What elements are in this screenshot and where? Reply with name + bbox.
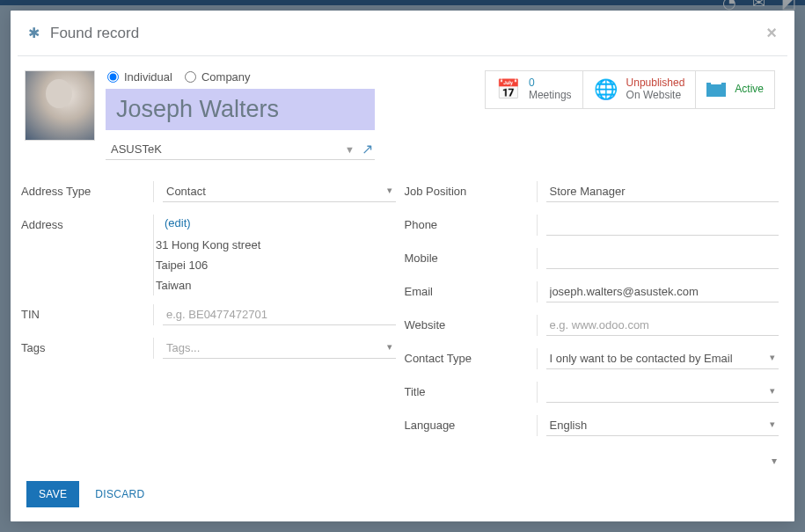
found-record-dialog: ✱ Found record × Individual Company xyxy=(11,11,794,521)
external-link-icon[interactable]: ↗ xyxy=(362,141,373,157)
address-line1: 31 Hong Kong street xyxy=(156,235,396,255)
active-label: Active xyxy=(735,84,764,96)
website-button[interactable]: 🌐 Unpublished On Website xyxy=(583,70,697,109)
company-name: ASUSTeK xyxy=(111,142,338,156)
language-select[interactable]: English xyxy=(546,415,779,436)
calendar-icon: 📅 xyxy=(496,78,520,101)
globe-icon: 🌐 xyxy=(594,78,618,101)
active-button[interactable]: Active xyxy=(696,70,775,109)
email-input[interactable] xyxy=(546,281,779,302)
close-icon[interactable]: × xyxy=(766,23,777,43)
language-label: Language xyxy=(405,415,537,432)
contact-type-select[interactable]: I only want to be contacted by Email xyxy=(546,348,779,369)
title-label: Title xyxy=(405,382,537,398)
website-status: Unpublished xyxy=(626,77,685,90)
address-line3: Taiwan xyxy=(156,275,396,295)
meetings-count: 0 xyxy=(529,77,572,90)
contact-type-radio-group: Individual Company xyxy=(107,70,426,84)
address-type-label: Address Type xyxy=(21,181,153,198)
email-label: Email xyxy=(405,281,537,298)
title-select[interactable] xyxy=(546,382,779,403)
tin-label: TIN xyxy=(21,304,153,321)
chevron-down-icon: ▼ xyxy=(345,144,355,155)
archive-icon xyxy=(706,83,726,97)
name-input[interactable] xyxy=(106,89,375,130)
dialog-body: Individual Company ASUSTeK ▼ ↗ xyxy=(18,55,787,470)
discard-button[interactable]: DISCARD xyxy=(95,488,144,500)
radio-individual[interactable]: Individual xyxy=(107,70,172,84)
meetings-label: Meetings xyxy=(529,90,572,102)
address-type-select[interactable]: Contact xyxy=(163,181,396,202)
dialog-header: ✱ Found record × xyxy=(11,11,794,50)
address-block: (edit) 31 Hong Kong street Taipei 106 Ta… xyxy=(153,215,396,295)
mobile-label: Mobile xyxy=(405,248,537,265)
phone-label: Phone xyxy=(405,215,537,231)
bug-icon: ✱ xyxy=(28,25,40,41)
mobile-input[interactable] xyxy=(546,248,779,269)
save-button[interactable]: SAVE xyxy=(26,481,79,507)
address-label: Address xyxy=(21,215,153,231)
tin-input[interactable] xyxy=(163,304,396,325)
website-label: Website xyxy=(405,315,537,332)
dialog-footer: SAVE DISCARD xyxy=(11,470,794,521)
edit-address-link[interactable]: (edit) xyxy=(165,216,191,230)
meetings-button[interactable]: 📅 0 Meetings xyxy=(485,70,583,109)
job-position-input[interactable] xyxy=(546,181,779,202)
website-label: On Website xyxy=(626,90,685,102)
radio-company-label: Company xyxy=(201,70,251,84)
radio-individual-input[interactable] xyxy=(107,71,119,83)
address-line2: Taipei 106 xyxy=(156,255,396,275)
avatar[interactable] xyxy=(25,70,95,141)
more-tabs-icon[interactable]: ▾ xyxy=(772,455,777,467)
website-input[interactable] xyxy=(546,315,779,336)
tags-input[interactable] xyxy=(163,338,396,359)
radio-company[interactable]: Company xyxy=(185,70,251,84)
dialog-title: Found record xyxy=(50,25,139,42)
job-position-label: Job Position xyxy=(405,181,537,198)
radio-individual-label: Individual xyxy=(124,70,172,84)
phone-input[interactable] xyxy=(546,215,779,236)
radio-company-input[interactable] xyxy=(185,71,196,83)
company-select[interactable]: ASUSTeK ▼ ↗ xyxy=(106,139,375,160)
tags-label: Tags xyxy=(21,338,153,354)
stat-buttons: 📅 0 Meetings 🌐 Unpublished On Website xyxy=(485,70,775,160)
contact-type-label: Contact Type xyxy=(405,348,537,365)
